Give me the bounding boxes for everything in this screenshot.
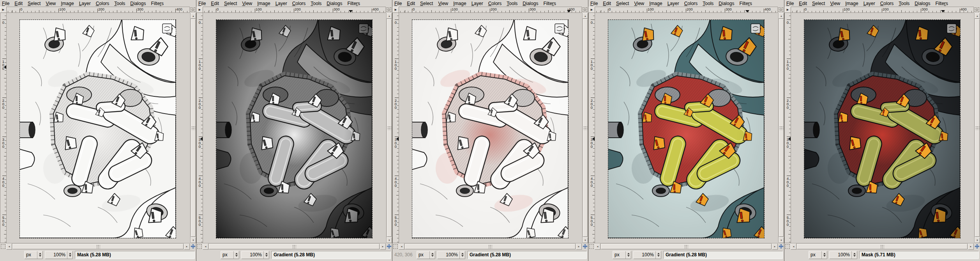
- menu-dialogs[interactable]: Dialogs: [915, 1, 930, 6]
- ruler-origin-menu-button[interactable]: ▶: [196, 7, 203, 13]
- vertical-scrollbar[interactable]: ▲ ▼: [778, 13, 784, 243]
- scroll-right-button[interactable]: ►: [184, 243, 190, 250]
- quickmask-toggle-button[interactable]: [0, 243, 6, 250]
- menu-select[interactable]: Select: [616, 1, 629, 6]
- vertical-scrollbar-thumb[interactable]: [191, 19, 196, 237]
- horizontal-scrollbar-thumb[interactable]: [797, 244, 968, 249]
- spinner-arrows-icon[interactable]: [821, 251, 827, 259]
- menu-layer[interactable]: Layer: [275, 1, 287, 6]
- horizontal-ruler[interactable]: 0100200300400: [203, 7, 386, 13]
- menu-tools[interactable]: Tools: [703, 1, 713, 6]
- menu-colors[interactable]: Colors: [880, 1, 894, 6]
- scroll-right-button[interactable]: ►: [968, 243, 974, 250]
- horizontal-scrollbar-thumb[interactable]: [405, 244, 576, 249]
- canvas-image[interactable]: [412, 20, 569, 238]
- spinner-arrows-icon[interactable]: [429, 251, 435, 259]
- scroll-up-button[interactable]: ▲: [191, 13, 196, 19]
- zoom-follow-button[interactable]: [190, 7, 196, 13]
- scroll-down-button[interactable]: ▼: [583, 237, 588, 243]
- navigation-button[interactable]: [190, 243, 196, 250]
- vertical-ruler[interactable]: 0100200300400500: [196, 13, 203, 243]
- canvas-image[interactable]: [608, 20, 765, 238]
- menu-select[interactable]: Select: [420, 1, 433, 6]
- horizontal-scrollbar[interactable]: ◄ ►: [203, 243, 386, 250]
- menu-file[interactable]: File: [2, 1, 9, 6]
- scroll-left-button[interactable]: ◄: [791, 243, 796, 250]
- spinner-arrows-icon[interactable]: [263, 251, 269, 259]
- vertical-ruler[interactable]: 0100200300400500: [392, 13, 399, 243]
- scroll-left-button[interactable]: ◄: [595, 243, 600, 250]
- menu-colors[interactable]: Colors: [96, 1, 109, 6]
- zoom-follow-button[interactable]: [778, 7, 784, 13]
- canvas-area[interactable]: [595, 13, 778, 243]
- menu-image[interactable]: Image: [257, 1, 270, 6]
- horizontal-scrollbar[interactable]: ◄ ►: [6, 243, 190, 250]
- quickmask-toggle-button[interactable]: [196, 243, 203, 250]
- menu-file[interactable]: File: [198, 1, 206, 6]
- spinner-arrows-icon[interactable]: [851, 251, 857, 259]
- menu-layer[interactable]: Layer: [863, 1, 875, 6]
- unit-select[interactable]: px: [221, 251, 239, 259]
- canvas-image[interactable]: [216, 20, 373, 238]
- scroll-down-button[interactable]: ▼: [779, 237, 784, 243]
- menu-view[interactable]: View: [242, 1, 252, 6]
- menu-file[interactable]: File: [786, 1, 794, 6]
- menu-dialogs[interactable]: Dialogs: [130, 1, 146, 6]
- spinner-arrows-icon[interactable]: [67, 251, 72, 259]
- scroll-up-button[interactable]: ▲: [779, 13, 784, 19]
- unit-select[interactable]: px: [809, 251, 827, 259]
- canvas-area[interactable]: [791, 13, 974, 243]
- horizontal-ruler[interactable]: 0100200300400: [791, 7, 974, 13]
- unit-select[interactable]: px: [417, 251, 435, 259]
- menu-dialogs[interactable]: Dialogs: [719, 1, 734, 6]
- menu-view[interactable]: View: [46, 1, 56, 6]
- menu-view[interactable]: View: [634, 1, 644, 6]
- horizontal-ruler[interactable]: 0100200300400: [595, 7, 778, 13]
- scroll-right-button[interactable]: ►: [772, 243, 778, 250]
- menu-view[interactable]: View: [438, 1, 448, 6]
- menu-select[interactable]: Select: [224, 1, 237, 6]
- menu-colors[interactable]: Colors: [488, 1, 502, 6]
- menu-layer[interactable]: Layer: [79, 1, 91, 6]
- ruler-origin-menu-button[interactable]: ▶: [392, 7, 399, 13]
- scroll-right-button[interactable]: ►: [576, 243, 582, 250]
- vertical-ruler[interactable]: 0100200300400500: [784, 13, 791, 243]
- menu-image[interactable]: Image: [61, 1, 74, 6]
- vertical-ruler[interactable]: 0100200300400500: [0, 13, 7, 243]
- menu-tools[interactable]: Tools: [311, 1, 321, 6]
- menu-tools[interactable]: Tools: [899, 1, 909, 6]
- spinner-arrows-icon[interactable]: [233, 251, 239, 259]
- menu-dialogs[interactable]: Dialogs: [327, 1, 342, 6]
- menu-colors[interactable]: Colors: [684, 1, 698, 6]
- zoom-select[interactable]: 100%: [45, 251, 73, 259]
- menu-dialogs[interactable]: Dialogs: [523, 1, 538, 6]
- zoom-select[interactable]: 100%: [241, 251, 269, 259]
- menu-select[interactable]: Select: [28, 1, 41, 6]
- zoom-follow-button[interactable]: [582, 7, 588, 13]
- ruler-origin-menu-button[interactable]: ▶: [784, 7, 791, 13]
- canvas-image[interactable]: [19, 20, 176, 238]
- scroll-up-button[interactable]: ▲: [975, 13, 980, 19]
- menu-tools[interactable]: Tools: [114, 1, 125, 6]
- ruler-origin-menu-button[interactable]: ▶: [588, 7, 595, 13]
- scroll-left-button[interactable]: ◄: [6, 243, 12, 250]
- quickmask-toggle-button[interactable]: [392, 243, 399, 250]
- menu-layer[interactable]: Layer: [471, 1, 483, 6]
- menu-view[interactable]: View: [830, 1, 840, 6]
- canvas-area[interactable]: [7, 13, 190, 243]
- zoom-follow-button[interactable]: [386, 7, 392, 13]
- spinner-arrows-icon[interactable]: [459, 251, 465, 259]
- menu-file[interactable]: File: [394, 1, 402, 6]
- menu-image[interactable]: Image: [453, 1, 466, 6]
- spinner-arrows-icon[interactable]: [625, 251, 631, 259]
- menu-colors[interactable]: Colors: [292, 1, 306, 6]
- vertical-scrollbar[interactable]: ▲ ▼: [190, 13, 196, 243]
- scroll-left-button[interactable]: ◄: [203, 243, 208, 250]
- vertical-scrollbar-thumb[interactable]: [975, 19, 980, 237]
- horizontal-scrollbar-thumb[interactable]: [209, 244, 380, 249]
- horizontal-scrollbar[interactable]: ◄ ►: [791, 243, 974, 250]
- menu-filters[interactable]: Filters: [543, 1, 556, 6]
- scroll-down-button[interactable]: ▼: [191, 237, 196, 243]
- menu-tools[interactable]: Tools: [507, 1, 517, 6]
- menu-edit[interactable]: Edit: [211, 1, 219, 6]
